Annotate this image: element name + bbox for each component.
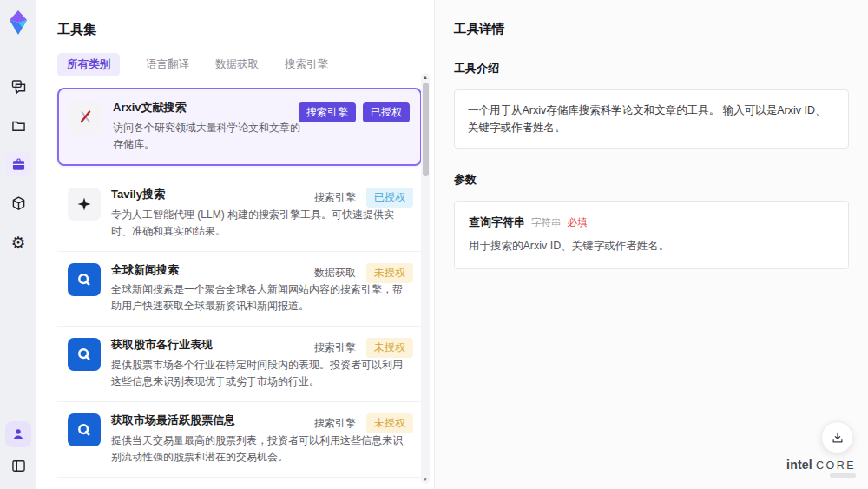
active-stocks-icon [68, 413, 101, 446]
scroll-down-arrow[interactable]: ▼ [421, 475, 430, 484]
tool-description: 访问各个研究领域大量科学论文和文章的存储库。 [113, 120, 411, 153]
download-button[interactable] [821, 421, 853, 453]
gear-icon[interactable]: ⚙ [5, 229, 31, 255]
brand-subline [830, 473, 856, 478]
intel-wordmark: intel [786, 459, 812, 471]
app-window: ⚙ 工具集 所有类别语言翻译数据获取搜索引擎 Arxiv文献搜索访问各个研究领域… [0, 0, 868, 489]
auth-status-badge: 已授权 [366, 188, 413, 208]
param-type: 字符串 [531, 216, 562, 229]
category-tab[interactable]: 搜索引擎 [285, 57, 328, 72]
panel-toggle-icon[interactable] [5, 453, 31, 479]
category-badge: 搜索引擎 [314, 340, 356, 355]
cube-icon[interactable] [5, 190, 31, 216]
arxiv-icon [69, 101, 102, 134]
intel-core-logo: intel core [786, 459, 856, 479]
intro-box: 一个用于从Arxiv存储库搜索科学论文和文章的工具。 输入可以是Arxiv ID… [454, 89, 849, 149]
app-logo[interactable] [5, 9, 31, 36]
params-heading: 参数 [454, 172, 849, 188]
detail-title: 工具详情 [454, 21, 849, 37]
category-badge: 数据获取 [314, 266, 356, 281]
global-news-search-icon [68, 263, 101, 296]
category-badge: 搜索引擎 [314, 190, 356, 205]
nav-rail: ⚙ [0, 0, 36, 489]
category-tab[interactable]: 数据获取 [215, 57, 259, 72]
toolbox-icon[interactable] [5, 151, 31, 177]
tool-card[interactable]: 获取市场最活跃股票信息提供当天交易量最高的股票列表，投资者可以利用这些信息来识别… [57, 402, 422, 478]
tool-description: 专为人工智能代理 (LLM) 构建的搜索引擎工具。可快速提供实时、准确和真实的结… [111, 207, 413, 240]
intro-heading: 工具介绍 [454, 61, 849, 76]
intro-text: 一个用于从Arxiv存储库搜索科学论文和文章的工具。 输入可以是Arxiv ID… [468, 104, 826, 134]
category-tab[interactable]: 所有类别 [57, 53, 120, 76]
tool-description: 提供当天交易量最高的股票列表，投资者可以利用这些信息来识别流动性强的股票和潜在的… [111, 433, 413, 466]
profile-icon[interactable] [5, 421, 31, 447]
nav-bottom-icons [5, 421, 31, 479]
tool-description: 全球新闻搜索是一个聚合全球各大新闻网站内容的搜索引擎，帮助用户快速获取全球最新资… [111, 281, 413, 314]
param-description: 用于搜索的Arxiv ID、关键字或作者姓名。 [469, 239, 834, 254]
nav-icons: ⚙ [5, 73, 31, 255]
tool-detail-panel: 工具详情 工具介绍 一个用于从Arxiv存储库搜索科学论文和文章的工具。 输入可… [434, 0, 868, 489]
tools-panel: 工具集 所有类别语言翻译数据获取搜索引擎 Arxiv文献搜索访问各个研究领域大量… [36, 0, 434, 489]
scrollbar[interactable]: ▲ ▼ [421, 73, 430, 484]
folder-icon[interactable] [5, 112, 31, 138]
tool-list: Arxiv文献搜索访问各个研究领域大量科学论文和文章的存储库。搜索引擎已授权Ta… [57, 88, 422, 489]
scroll-up-arrow[interactable]: ▲ [421, 73, 430, 82]
auth-status-badge: 未授权 [366, 413, 413, 433]
tool-card[interactable]: 全球新闻搜索全球新闻搜索是一个聚合全球各大新闻网站内容的搜索引擎，帮助用户快速获… [57, 252, 422, 327]
core-wordmark: core [816, 460, 856, 472]
category-badge: 搜索引擎 [299, 102, 356, 122]
tool-description: 提供股票市场各个行业在特定时间段内的表现。投资者可以利用这些信息来识别表现优于或… [111, 357, 413, 390]
auth-status-badge: 已授权 [363, 102, 410, 122]
tool-card[interactable]: Tavily搜索专为人工智能代理 (LLM) 构建的搜索引擎工具。可快速提供实时… [57, 176, 422, 252]
chat-icon[interactable] [5, 73, 31, 99]
param-required-badge: 必填 [568, 216, 588, 229]
auth-status-badge: 未授权 [366, 263, 413, 283]
param-box: 查询字符串 字符串 必填 用于搜索的Arxiv ID、关键字或作者姓名。 [454, 201, 849, 269]
page-title: 工具集 [57, 22, 434, 38]
auth-status-badge: 未授权 [366, 338, 413, 358]
category-badge: 搜索引擎 [314, 416, 356, 431]
tool-card[interactable]: 万维地区新闻查询查询具体行政区划内的新闻，快速了解各地新闻动搜索引擎未授权 [57, 478, 422, 489]
category-tab[interactable]: 语言翻译 [146, 57, 189, 72]
sector-performance-icon [68, 338, 101, 371]
tool-card[interactable]: Arxiv文献搜索访问各个研究领域大量科学论文和文章的存储库。搜索引擎已授权 [57, 88, 422, 166]
scrollbar-thumb[interactable] [423, 83, 429, 176]
tool-card[interactable]: 获取股市各行业表现提供股票市场各个行业在特定时间段内的表现。投资者可以利用这些信… [57, 327, 422, 402]
tavily-icon [68, 188, 101, 221]
param-name: 查询字符串 [469, 215, 525, 230]
category-tabs: 所有类别语言翻译数据获取搜索引擎 [57, 53, 434, 76]
